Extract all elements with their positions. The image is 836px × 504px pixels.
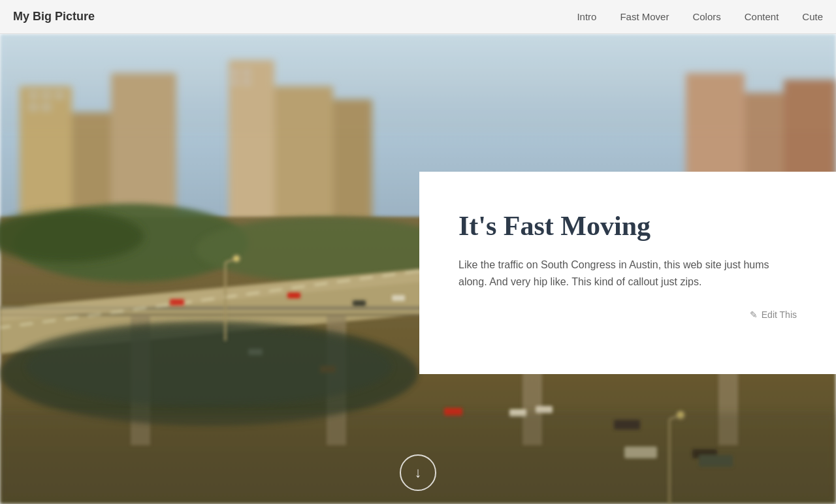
scroll-down-button[interactable]: ↓ <box>400 454 436 491</box>
nav-content[interactable]: Content <box>745 11 779 22</box>
nav-colors[interactable]: Colors <box>692 11 720 22</box>
callout-title: It's Fast Moving <box>458 211 797 241</box>
svg-rect-34 <box>287 292 300 298</box>
svg-rect-38 <box>392 295 405 301</box>
svg-rect-41 <box>353 300 366 306</box>
callout-box: It's Fast Moving Like the traffic on Sou… <box>419 172 836 374</box>
edit-label: Edit This <box>762 309 797 320</box>
edit-icon: ✎ <box>750 309 758 320</box>
edit-this-link[interactable]: ✎ Edit This <box>458 309 797 320</box>
site-header: My Big Picture Intro Fast Mover Colors C… <box>0 0 836 34</box>
svg-point-51 <box>233 255 240 262</box>
svg-rect-40 <box>536 406 553 413</box>
site-title: My Big Picture <box>13 10 95 24</box>
nav-cute[interactable]: Cute <box>802 11 823 22</box>
nav-intro[interactable]: Intro <box>577 11 596 22</box>
svg-point-47 <box>26 328 392 406</box>
svg-rect-33 <box>170 299 184 306</box>
svg-rect-48 <box>0 34 836 132</box>
callout-body: Like the traffic on South Congress in Au… <box>458 257 797 290</box>
hero-section: It's Fast Moving Like the traffic on Sou… <box>0 0 836 504</box>
scroll-down-icon: ↓ <box>415 464 422 481</box>
main-nav: Intro Fast Mover Colors Content Cute <box>577 11 823 22</box>
nav-fast-mover[interactable]: Fast Mover <box>620 11 669 22</box>
